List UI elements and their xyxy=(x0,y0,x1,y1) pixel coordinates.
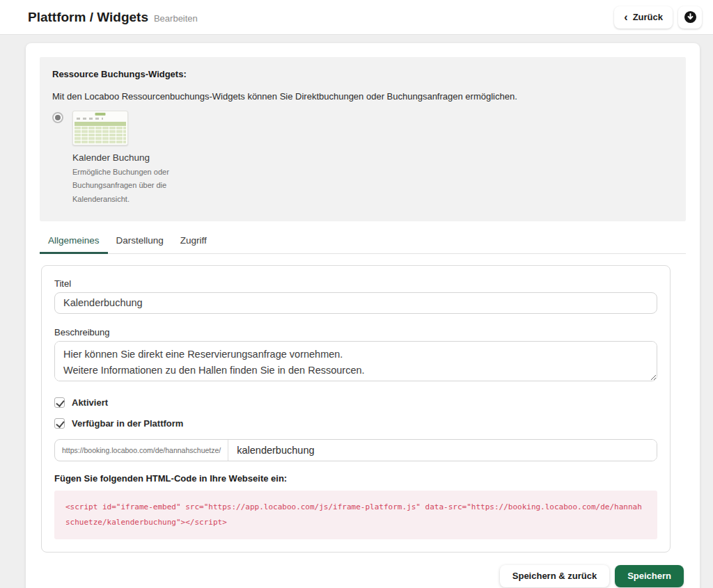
description-label: Beschreibung xyxy=(54,327,657,337)
url-prefix: https://booking.locaboo.com/de/hannahsch… xyxy=(55,440,228,461)
tab-bar: Allgemeines Darstellung Zugriff xyxy=(40,230,686,254)
checkbox-row-aktiviert[interactable]: Aktiviert xyxy=(54,397,657,408)
widget-option-desc-line3: Kalenderansicht. xyxy=(72,195,130,203)
checkbox-row-plattform[interactable]: Verfügbar in der Plattform xyxy=(54,418,657,429)
arrow-down-circle-icon xyxy=(684,10,697,24)
description-field-group: Beschreibung Hier können Sie direkt eine… xyxy=(54,327,657,384)
footer-actions: Speichern & zurück Speichern xyxy=(40,565,684,587)
thumbnail-calendar-grid xyxy=(75,127,126,143)
main-card: Ressource Buchungs-Widgets: Mit den Loca… xyxy=(26,43,700,588)
calendar-widget-thumbnail xyxy=(72,111,128,145)
checkbox-checked-icon xyxy=(54,397,65,408)
page-title-subtitle: Bearbeiten xyxy=(154,13,198,24)
back-button[interactable]: ‹ Zurück xyxy=(614,6,673,29)
page-title-main: Plattform / Widgets xyxy=(28,10,148,25)
embed-code-block: <script id="iframe-embed" src="https://a… xyxy=(54,491,657,539)
page-title: Plattform / Widgets Bearbeiten xyxy=(28,10,198,25)
tab-allgemeines[interactable]: Allgemeines xyxy=(40,230,108,254)
widget-option-desc-line1: Ermögliche Buchungen oder xyxy=(72,168,169,176)
embed-code: <script id="iframe-embed" src="https://a… xyxy=(65,500,646,530)
widget-option-desc-line2: Buchungsanfragen über die xyxy=(72,181,166,189)
aktiviert-label: Aktiviert xyxy=(72,397,108,408)
widget-selector-panel: Ressource Buchungs-Widgets: Mit den Loca… xyxy=(40,57,686,221)
thumbnail-header-band xyxy=(75,122,126,126)
general-settings-form: Titel Beschreibung Hier können Sie direk… xyxy=(41,265,671,553)
booking-url-field: https://booking.locaboo.com/de/hannahsch… xyxy=(54,439,657,461)
topbar: Plattform / Widgets Bearbeiten ‹ Zurück xyxy=(0,0,713,35)
thumbnail-button-shape xyxy=(95,113,106,116)
embed-code-label: Fügen Sie folgenden HTML-Code in Ihre We… xyxy=(54,473,657,484)
title-label: Titel xyxy=(54,278,657,289)
save-and-back-button[interactable]: Speichern & zurück xyxy=(500,565,609,587)
thumbnail-toolbar-shape xyxy=(77,118,103,120)
url-slug-input[interactable] xyxy=(228,440,657,461)
topbar-actions: ‹ Zurück xyxy=(614,6,702,29)
widget-option-title: Kalender Buchung xyxy=(72,152,169,163)
widget-option-description: Ermögliche Buchungen oder Buchungsanfrag… xyxy=(72,166,169,206)
title-field-group: Titel xyxy=(54,278,657,314)
widget-option-card: Kalender Buchung Ermögliche Buchungen od… xyxy=(72,111,169,206)
widget-option-kalender-buchung[interactable]: Kalender Buchung Ermögliche Buchungen od… xyxy=(52,111,673,206)
download-button[interactable] xyxy=(678,6,702,29)
tab-zugriff[interactable]: Zugriff xyxy=(172,230,215,254)
title-input[interactable] xyxy=(54,292,657,314)
checkbox-checked-icon xyxy=(54,418,65,429)
chevron-left-icon: ‹ xyxy=(624,12,627,23)
widget-panel-heading: Ressource Buchungs-Widgets: xyxy=(52,69,673,79)
widget-panel-intro: Mit den Locaboo Ressourcenbuchungs-Widge… xyxy=(52,91,673,102)
save-button[interactable]: Speichern xyxy=(615,565,684,587)
description-textarea[interactable]: Hier können Sie direkt eine Reservierung… xyxy=(54,341,657,381)
tab-darstellung[interactable]: Darstellung xyxy=(108,230,172,254)
plattform-label: Verfügbar in der Plattform xyxy=(72,418,183,429)
radio-selected-icon[interactable] xyxy=(52,112,63,123)
back-button-label: Zurück xyxy=(633,12,663,22)
